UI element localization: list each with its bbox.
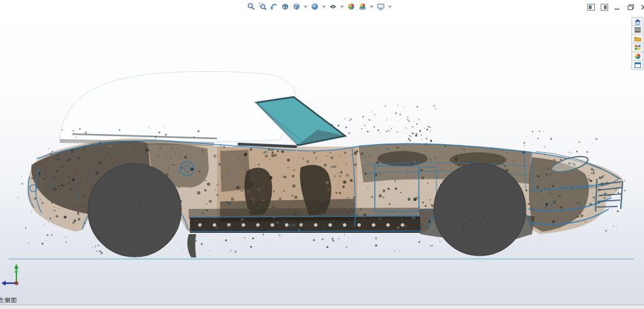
tab-file-explorer[interactable] [631, 35, 643, 43]
tab-custom-properties[interactable] [631, 61, 643, 70]
graphics-viewport[interactable] [0, 0, 644, 309]
scene-ball-icon [358, 3, 367, 11]
edit-appearance-button[interactable] [347, 2, 356, 11]
apply-scene-button[interactable] [358, 2, 367, 11]
front-wheel[interactable] [88, 164, 181, 257]
undo-arrow-icon [272, 4, 277, 8]
magnifier-icon [252, 8, 255, 10]
view-orientation-dropdown[interactable] [304, 6, 308, 8]
previous-view-button[interactable] [269, 2, 279, 11]
view-settings-button[interactable] [376, 2, 386, 11]
view-orientation-button[interactable] [292, 2, 301, 11]
pane-options-button[interactable] [600, 3, 608, 11]
section-view-button[interactable] [280, 2, 290, 11]
view-orientation-label: 左侧面 [0, 296, 17, 305]
window-controls [587, 3, 644, 11]
magnifier-area-icon [264, 8, 266, 10]
tab-solidworks-resources[interactable] [631, 17, 643, 26]
folder-icon [635, 37, 641, 42]
monitor-icon [378, 4, 384, 9]
task-pane-tab-strip [631, 17, 643, 70]
rear-wheel[interactable] [434, 164, 526, 256]
tab-view-palette[interactable] [631, 43, 643, 52]
pane-display-icon [589, 5, 591, 9]
library-stack-icon [634, 26, 641, 33]
hide-show-dropdown[interactable] [340, 6, 344, 8]
pane-display-button[interactable] [587, 3, 595, 11]
restore-button[interactable] [626, 3, 635, 11]
pane-options-icon [604, 5, 606, 9]
display-style-dropdown[interactable] [322, 6, 326, 8]
tab-appearances-scenes[interactable] [631, 52, 643, 61]
view-settings-dropdown[interactable] [388, 6, 392, 8]
hide-show-items-button[interactable] [328, 2, 338, 11]
close-icon [641, 5, 644, 9]
sphere-icon [312, 4, 318, 9]
status-bar-edge [0, 305, 644, 309]
palette-grid-icon [634, 44, 641, 51]
zoom-to-area-button[interactable] [258, 2, 267, 11]
apply-scene-dropdown[interactable] [370, 6, 374, 8]
origin-triad [1, 264, 19, 286]
home-icon [635, 19, 641, 22]
color-ball-icon [634, 53, 641, 60]
color-ball-icon [347, 3, 355, 11]
minimize-button[interactable] [613, 3, 621, 11]
heads-up-view-toolbar [247, 2, 392, 11]
zoom-fit-button[interactable] [247, 2, 256, 11]
close-button[interactable] [640, 3, 644, 11]
tab-design-library[interactable] [631, 26, 643, 35]
display-style-button[interactable] [310, 2, 319, 11]
